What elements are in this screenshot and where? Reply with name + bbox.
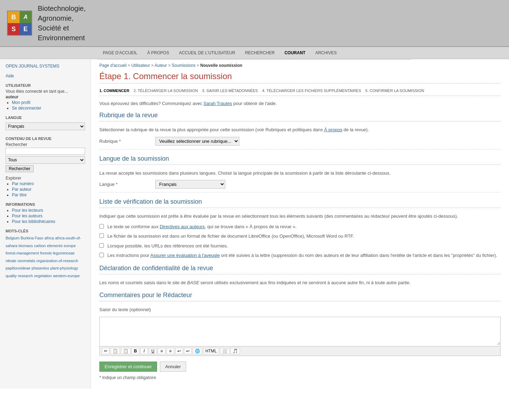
step4: 4. TÉLÉCHARGER LES FICHIERS SUPPLÉMENTAI… [262, 89, 361, 93]
search-filter-select[interactable]: Tous [6, 156, 85, 164]
nav-page-accueil[interactable]: PAGE D'ACCUEIL [98, 47, 142, 59]
aide-link[interactable]: Aide [6, 74, 14, 78]
user-role: auteur [6, 94, 85, 99]
editor-cut[interactable]: ✂ [102, 348, 109, 354]
rubrique-select[interactable]: Veuillez sélectionner une rubrique... [155, 137, 239, 146]
keyword-research[interactable]: research [18, 274, 33, 278]
keyword-nonmetals[interactable]: nonmetals [17, 259, 35, 263]
keyword-vegetation[interactable]: vegetation [34, 274, 52, 278]
keyword-belgium[interactable]: Belgium [6, 236, 20, 240]
keyword-forests[interactable]: forests [40, 251, 52, 255]
help-text: Vous éprouvez des difficultés? Communiqu… [99, 101, 501, 106]
editor-html[interactable]: HTML [203, 348, 219, 354]
rubrique-control: Veuillez sélectionner une rubrique... [155, 137, 239, 146]
editor-textarea[interactable] [100, 317, 500, 345]
search-label: Rechercher [6, 142, 85, 147]
editor-ol[interactable]: ≡ [167, 348, 174, 354]
logo: B A S E [7, 10, 32, 36]
editor-italic[interactable]: I [140, 348, 148, 354]
checklist-text-1: Le texte se conforme aux Directives aux … [107, 223, 297, 230]
save-button[interactable]: Enregistrer et continuer [99, 362, 157, 372]
main-content: Page d'accueil > Utilisateur > Auteur > … [91, 59, 509, 388]
browse-par-titre[interactable]: Par titre [12, 192, 85, 197]
navbar: PAGE D'ACCUEIL À PROPOS ACCUEIL DE L'UTI… [0, 47, 509, 59]
checklist-check-3[interactable] [99, 243, 104, 248]
contenu-section-title: CONTENU DE LA REVUE [6, 136, 85, 141]
editor-fullscreen[interactable]: ⬜ [220, 348, 229, 354]
editor-copy[interactable]: 📋 [111, 348, 120, 354]
editor-bold[interactable]: B [132, 348, 139, 354]
checklist-check-4[interactable] [99, 253, 104, 257]
info-bibliothecaires-link[interactable]: Pour les bibliothécaires [12, 219, 85, 224]
contact-link[interactable]: Sarah Trautes [204, 101, 232, 106]
breadcrumb-soumissions[interactable]: Soumissions [172, 63, 196, 68]
commentaires-title: Commentaires pour le Rédacteur [99, 292, 501, 299]
rubrique-title: Rubrique de la revue [99, 112, 501, 119]
keyword-western-europe[interactable]: western-europe [53, 274, 79, 278]
keyword-europe[interactable]: europe [64, 244, 76, 248]
keyword-nitrate[interactable]: nitrate [6, 259, 16, 263]
keyword-phaseolus[interactable]: phaseolus [31, 266, 49, 270]
editor-redo[interactable]: ↩ [184, 348, 192, 354]
nav-accueil-utilisateur[interactable]: ACCUEIL DE L'UTILISATEUR [174, 47, 240, 59]
sidebar: OPEN JOURNAL SYSTEMS Aide UTILISATEUR Vo… [0, 59, 91, 388]
breadcrumb-accueil[interactable]: Page d'accueil [99, 63, 127, 68]
keyword-carbon[interactable]: carbon [34, 244, 46, 248]
cancel-button[interactable]: Annuler [160, 362, 186, 372]
commentaires-divider [99, 301, 501, 301]
browse-par-numero[interactable]: Par numéro [12, 181, 85, 186]
editor-paste[interactable]: 📋 [121, 348, 130, 354]
checklist-divider [99, 208, 501, 208]
user-links: Mon profil Se déconnecter [6, 100, 85, 111]
checklist-check-2[interactable] [99, 233, 104, 238]
mon-profil-link[interactable]: Mon profil [12, 100, 85, 105]
keywords-container: Belgium Burkina Faso africa africa-south… [6, 234, 85, 280]
keyword-elements[interactable]: elements [47, 244, 63, 248]
info-auteurs-link[interactable]: Pour les auteurs [12, 214, 85, 218]
editor-underline[interactable]: U [149, 348, 157, 354]
editor-link[interactable]: 🌐 [193, 348, 202, 354]
breadcrumb-auteur[interactable]: Auteur [155, 63, 167, 68]
evaluation-aveugle-link[interactable]: Assurer une évaluation à l'aveugle [150, 253, 220, 258]
langue-section-title: LANGUE [6, 115, 85, 120]
informations-section-title: INFORMATIONS [6, 202, 85, 206]
langue-divider [99, 164, 501, 165]
nav-rechercher[interactable]: RECHERCHER [240, 47, 280, 59]
keyword-forest-mgmt[interactable]: forest-management [6, 251, 39, 255]
langue-control: Français [155, 180, 225, 189]
nav-courant[interactable]: COURANT [280, 47, 310, 59]
logo-s: S [8, 23, 20, 35]
breadcrumb-utilisateur[interactable]: Utilisateur [131, 63, 150, 68]
checklist-check-1[interactable] [99, 224, 104, 229]
steps-divider [99, 96, 501, 96]
keyword-leguminosae[interactable]: leguminosae [53, 251, 75, 255]
editor-undo[interactable]: ↩ [175, 348, 183, 354]
nav-archives[interactable]: ARCHIVES [310, 47, 341, 59]
browse-par-auteur[interactable]: Par auteur [12, 187, 85, 192]
info-lecteurs-link[interactable]: Pour les lecteurs [12, 208, 85, 213]
langue-select[interactable]: Français [155, 180, 225, 189]
se-deconnecter-link[interactable]: Se déconnecter [12, 106, 85, 111]
checklist-text-3: Lorsque possible, les URLs des référence… [107, 243, 228, 250]
keyword-burkina[interactable]: Burkina Faso [21, 236, 43, 240]
language-select[interactable]: Français [6, 122, 85, 130]
keyword-papilionoideae[interactable]: papilionoideae [6, 266, 30, 270]
editor-area: ✂ 📋 📋 B I U ≡ ≡ ↩ ↩ 🌐 HTML ⬜ 🎵 [99, 317, 501, 356]
directives-link[interactable]: Directives aux auteurs [160, 224, 205, 229]
keyword-biomass[interactable]: biomass [19, 244, 33, 248]
browse-label: Explorer [6, 176, 85, 181]
search-button[interactable]: Rechercher [6, 165, 34, 172]
open-journal-systems-link[interactable]: OPEN JOURNAL SYSTEMS [6, 64, 59, 69]
confidentialite-divider [99, 274, 501, 274]
keyword-africa[interactable]: africa [44, 236, 54, 240]
keyword-quality[interactable]: quality [6, 274, 17, 278]
a-propos-link[interactable]: À propos [324, 127, 342, 132]
keyword-org-research[interactable]: organization-of-research [36, 259, 78, 263]
search-input[interactable] [6, 148, 85, 155]
editor-media[interactable]: 🎵 [231, 348, 240, 354]
editor-ul[interactable]: ≡ [158, 348, 165, 354]
keyword-plant-physiology[interactable]: plant-physiology [50, 266, 78, 270]
nav-a-propos[interactable]: À PROPOS [142, 47, 174, 59]
rubrique-field-row: Rubrique * Veuillez sélectionner une rub… [99, 137, 501, 149]
rubrique-desc: Sélectionner la rubrique de la revue la … [99, 126, 501, 133]
